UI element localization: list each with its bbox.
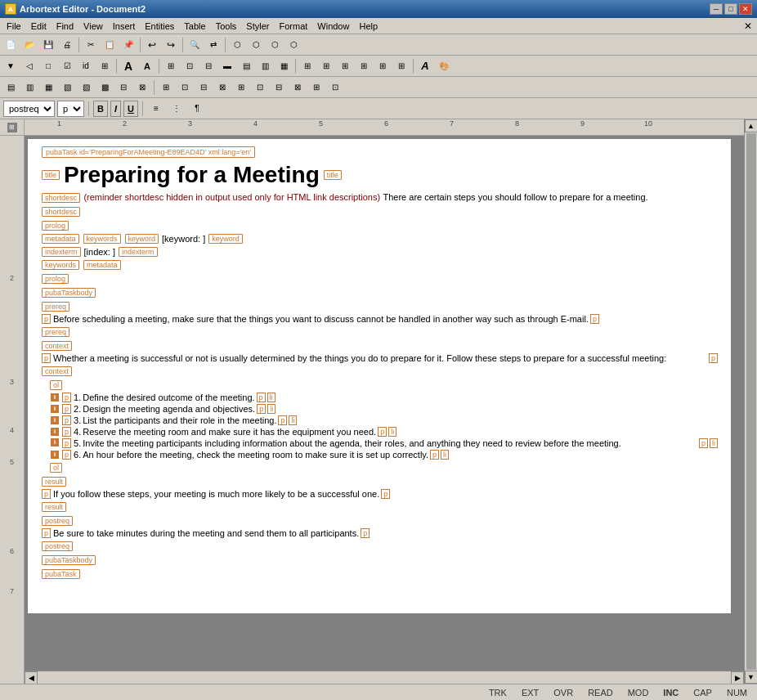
tb3-btn6[interactable]: ▩ bbox=[96, 79, 114, 96]
tb3-btn4[interactable]: ▧ bbox=[58, 79, 76, 96]
tool1[interactable]: ⬡ bbox=[228, 36, 246, 54]
tb2-btn12[interactable]: ▥ bbox=[256, 57, 274, 75]
save-button[interactable]: 💾 bbox=[39, 36, 57, 54]
tb3-btn3[interactable]: ▦ bbox=[39, 79, 57, 96]
tb2-btn4[interactable]: ☑ bbox=[58, 57, 76, 75]
list-bullet-button[interactable]: ≡ bbox=[147, 100, 165, 118]
tb2-btn9[interactable]: ⊟ bbox=[199, 57, 217, 75]
tb3-btn14[interactable]: ⊡ bbox=[251, 79, 269, 96]
tb2-btn8[interactable]: ⊡ bbox=[181, 57, 199, 75]
tool2[interactable]: ⬡ bbox=[247, 36, 265, 54]
tool3[interactable]: ⬡ bbox=[266, 36, 284, 54]
tb2-btn5[interactable]: id bbox=[77, 57, 95, 75]
tb2-btn19[interactable]: ⊞ bbox=[392, 57, 410, 75]
tb3-btn8[interactable]: ⊠ bbox=[133, 79, 151, 96]
scroll-down-button[interactable]: ▼ bbox=[745, 671, 758, 684]
menu-find[interactable]: Find bbox=[52, 20, 78, 32]
tb2-btn17[interactable]: ⊞ bbox=[355, 57, 373, 75]
tb2-btn6[interactable]: ⊞ bbox=[96, 57, 114, 75]
tool4[interactable]: ⬡ bbox=[284, 36, 302, 54]
style-select[interactable]: postreq bbox=[3, 101, 55, 117]
underline-button[interactable]: U bbox=[123, 101, 138, 117]
menu-edit[interactable]: Edit bbox=[26, 20, 52, 32]
menu-format[interactable]: Format bbox=[274, 20, 312, 32]
menu-close-icon[interactable]: ✕ bbox=[741, 20, 755, 32]
tb2-btn15[interactable]: ⊞ bbox=[317, 57, 335, 75]
menu-help[interactable]: Help bbox=[354, 20, 383, 32]
bold-button[interactable]: B bbox=[93, 101, 108, 117]
tb3-btn1[interactable]: ▤ bbox=[2, 79, 20, 96]
minimize-button[interactable]: ─ bbox=[710, 3, 723, 15]
replace-button[interactable]: ⇄ bbox=[204, 36, 222, 54]
tag-select[interactable]: p bbox=[57, 101, 84, 117]
menu-insert[interactable]: Insert bbox=[108, 20, 141, 32]
list-number-button[interactable]: ⋮ bbox=[168, 100, 186, 118]
tb2-btn11[interactable]: ▤ bbox=[237, 57, 255, 75]
keyword-tag2: keyword bbox=[208, 234, 243, 244]
copy-button[interactable]: 📋 bbox=[101, 36, 119, 54]
tb2-btn18[interactable]: ⊞ bbox=[374, 57, 392, 75]
para-button[interactable]: ¶ bbox=[188, 100, 206, 118]
undo-button[interactable]: ↩ bbox=[143, 36, 161, 54]
prereq1-row: prereq bbox=[41, 300, 718, 312]
menu-tools[interactable]: Tools bbox=[211, 20, 242, 32]
result-text: If you follow these steps, your meeting … bbox=[53, 489, 379, 499]
tb3-btn9[interactable]: ⊞ bbox=[157, 79, 175, 96]
scroll-up-button[interactable]: ▲ bbox=[745, 119, 758, 132]
font-small[interactable]: A bbox=[138, 57, 156, 75]
tb2-btn3[interactable]: □ bbox=[39, 57, 57, 75]
horizontal-scrollbar[interactable]: ◀ ▶ bbox=[25, 671, 744, 684]
tb2-btn1[interactable]: ▼ bbox=[2, 57, 20, 75]
vertical-scrollbar[interactable]: ▲ ▼ bbox=[744, 119, 757, 684]
tb3-btn13[interactable]: ⊞ bbox=[232, 79, 250, 96]
menu-table[interactable]: Table bbox=[179, 20, 210, 32]
maximize-button[interactable]: □ bbox=[724, 3, 737, 15]
tb3-btn7[interactable]: ⊟ bbox=[114, 79, 132, 96]
tb3-btn15[interactable]: ⊟ bbox=[270, 79, 288, 96]
menu-file[interactable]: File bbox=[2, 20, 26, 32]
ol-close-tag: ol bbox=[50, 463, 62, 473]
context-text-row: p Whether a meeting is successful or not… bbox=[41, 353, 718, 363]
tb3-btn11[interactable]: ⊟ bbox=[195, 79, 213, 96]
font-large[interactable]: A bbox=[119, 57, 137, 75]
doc-scroll-area[interactable]: pubaTask id='PreparingForAMeeting-E89EAD… bbox=[25, 136, 744, 671]
status-mod: MOD bbox=[625, 688, 652, 698]
taskbody1-tag: pubaTaskbody bbox=[42, 288, 96, 298]
tb3-btn12[interactable]: ⊠ bbox=[213, 79, 231, 96]
margin-num-7: 7 bbox=[0, 588, 24, 595]
cut-button[interactable]: ✂ bbox=[82, 36, 100, 54]
tb3-btn16[interactable]: ⊠ bbox=[289, 79, 307, 96]
scrollbar-thumb[interactable] bbox=[746, 133, 756, 670]
tb2-btn13[interactable]: ▦ bbox=[275, 57, 293, 75]
tb2-btn7[interactable]: ⊞ bbox=[162, 57, 180, 75]
tb3-btn18[interactable]: ⊡ bbox=[326, 79, 344, 96]
tb3-btn5[interactable]: ▨ bbox=[77, 79, 95, 96]
close-button[interactable]: ✕ bbox=[739, 3, 752, 15]
metadata-tag: metadata bbox=[42, 234, 79, 244]
new-button[interactable]: 📄 bbox=[2, 36, 20, 54]
font-icon[interactable]: A bbox=[416, 57, 434, 75]
redo-button[interactable]: ↪ bbox=[162, 36, 180, 54]
tb3-btn17[interactable]: ⊞ bbox=[307, 79, 325, 96]
tb3-btn2[interactable]: ▥ bbox=[20, 79, 38, 96]
tb3-btn10[interactable]: ⊡ bbox=[176, 79, 194, 96]
tb2-btn2[interactable]: ◁ bbox=[20, 57, 38, 75]
scroll-left-button[interactable]: ◀ bbox=[25, 671, 38, 684]
italic-button[interactable]: I bbox=[110, 101, 121, 117]
print-button[interactable]: 🖨 bbox=[58, 36, 76, 54]
tb2-btn10[interactable]: ▬ bbox=[218, 57, 236, 75]
menu-entities[interactable]: Entities bbox=[140, 20, 179, 32]
separator bbox=[142, 101, 143, 116]
prereq2-row: prereq bbox=[41, 325, 718, 338]
open-button[interactable]: 📂 bbox=[20, 36, 38, 54]
scroll-right-button[interactable]: ▶ bbox=[731, 671, 744, 684]
tb2-btn16[interactable]: ⊞ bbox=[336, 57, 354, 75]
list-num: 3. bbox=[74, 415, 81, 425]
menu-view[interactable]: View bbox=[78, 20, 108, 32]
tb2-btn14[interactable]: ⊞ bbox=[298, 57, 316, 75]
paste-button[interactable]: 📌 bbox=[119, 36, 137, 54]
menu-window[interactable]: Window bbox=[312, 20, 354, 32]
find-button[interactable]: 🔍 bbox=[186, 36, 204, 54]
menu-styler[interactable]: Styler bbox=[241, 20, 274, 32]
paint-icon[interactable]: 🎨 bbox=[435, 57, 453, 75]
